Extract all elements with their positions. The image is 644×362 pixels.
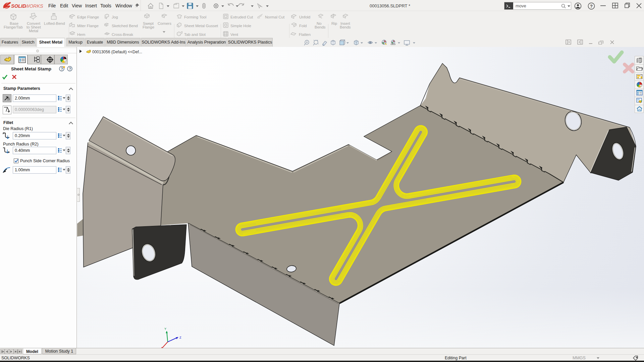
svg-text:Z: Z: [179, 336, 181, 339]
svg-text:WORKS: WORKS: [25, 3, 43, 9]
svg-text:?: ?: [61, 67, 63, 71]
svg-text:?: ?: [590, 4, 593, 9]
svg-text:?: ?: [69, 67, 71, 71]
svg-text:Y: Y: [164, 327, 166, 330]
svg-text:SOLID: SOLID: [11, 3, 26, 9]
